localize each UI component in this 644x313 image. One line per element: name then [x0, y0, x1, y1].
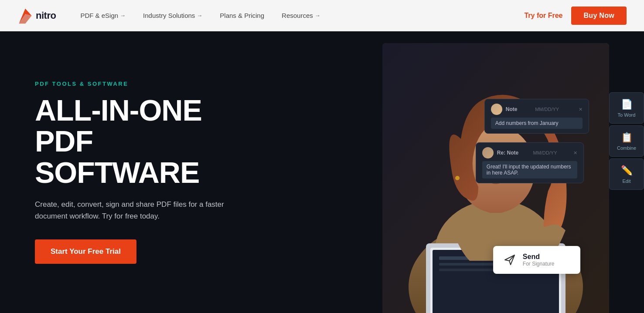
nav-links: PDF & eSign → Industry Solutions → Plans… — [73, 8, 524, 23]
card-header-1: Note MM/DD/YY ✕ — [491, 104, 583, 115]
nav-item-pdf-esign[interactable]: PDF & eSign → — [73, 8, 133, 23]
navbar: nitro PDF & eSign → Industry Solutions →… — [0, 0, 644, 31]
to-word-icon: 📄 — [621, 99, 633, 110]
note1-close[interactable]: ✕ — [579, 107, 583, 112]
note-card-2: Re: Note MM/DD/YY ✕ Great! I'll input th… — [476, 142, 584, 183]
hero-tag: PDF TOOLS & SOFTWARE — [35, 81, 227, 87]
combine-label: Combine — [617, 145, 636, 151]
avatar-1 — [491, 104, 502, 115]
edit-icon: ✏️ — [621, 165, 633, 176]
tool-btn-combine[interactable]: 📋 Combine — [609, 125, 644, 157]
note1-label: Note — [506, 106, 518, 112]
note2-body: Great! I'll input the updated numbers in… — [482, 161, 577, 178]
tool-btn-to-word[interactable]: 📄 To Word — [609, 92, 644, 124]
logo-text: nitro — [36, 10, 56, 21]
nav-item-industry[interactable]: Industry Solutions → — [136, 8, 209, 23]
send-icon — [502, 252, 518, 268]
avatar-2 — [482, 147, 494, 158]
buy-now-button[interactable]: Buy Now — [571, 7, 627, 25]
nitro-logo-icon — [17, 7, 33, 24]
nav-arrow-pdf: → — [120, 12, 126, 19]
hero-visual: Note MM/DD/YY ✕ Add numbers from January… — [258, 31, 644, 313]
send-title: Send — [523, 253, 555, 261]
hero-section: PDF TOOLS & SOFTWARE ALL-IN-ONE PDF SOFT… — [0, 31, 644, 313]
hero-description: Create, edit, convert, sign and share PD… — [35, 199, 227, 222]
tool-buttons: 📄 To Word 📋 Combine ✏️ Edit — [609, 92, 644, 190]
card-header-2: Re: Note MM/DD/YY ✕ — [482, 147, 577, 158]
note1-date: MM/DD/YY — [535, 107, 559, 112]
nav-item-resources[interactable]: Resources → — [275, 8, 327, 23]
nav-arrow-industry: → — [197, 12, 202, 19]
send-subtitle: For Signature — [523, 261, 555, 267]
hero-title: ALL-IN-ONE PDF SOFTWARE — [35, 95, 227, 188]
logo[interactable]: nitro — [17, 7, 56, 24]
svg-point-16 — [455, 176, 460, 180]
to-word-label: To Word — [618, 112, 636, 118]
edit-label: Edit — [623, 178, 631, 184]
send-card[interactable]: Send For Signature — [493, 246, 580, 274]
card-title-row-2: Re: Note MM/DD/YY ✕ — [497, 150, 577, 156]
note2-close[interactable]: ✕ — [573, 150, 577, 156]
hero-content: PDF TOOLS & SOFTWARE ALL-IN-ONE PDF SOFT… — [0, 54, 262, 290]
tool-btn-edit[interactable]: ✏️ Edit — [609, 158, 644, 190]
note1-body: Add numbers from January — [491, 118, 583, 129]
start-trial-button[interactable]: Start Your Free Trial — [35, 239, 136, 264]
note-card-1: Note MM/DD/YY ✕ Add numbers from January — [484, 99, 589, 134]
nav-item-plans[interactable]: Plans & Pricing — [213, 8, 271, 23]
nav-arrow-resources: → — [315, 12, 320, 19]
try-free-link[interactable]: Try for Free — [524, 12, 562, 20]
send-text: Send For Signature — [523, 253, 555, 267]
combine-icon: 📋 — [621, 132, 633, 143]
nav-right: Try for Free Buy Now — [524, 7, 627, 25]
card-title-row-1: Note MM/DD/YY ✕ — [506, 106, 583, 112]
note2-label: Re: Note — [497, 150, 518, 156]
note2-date: MM/DD/YY — [533, 150, 557, 155]
